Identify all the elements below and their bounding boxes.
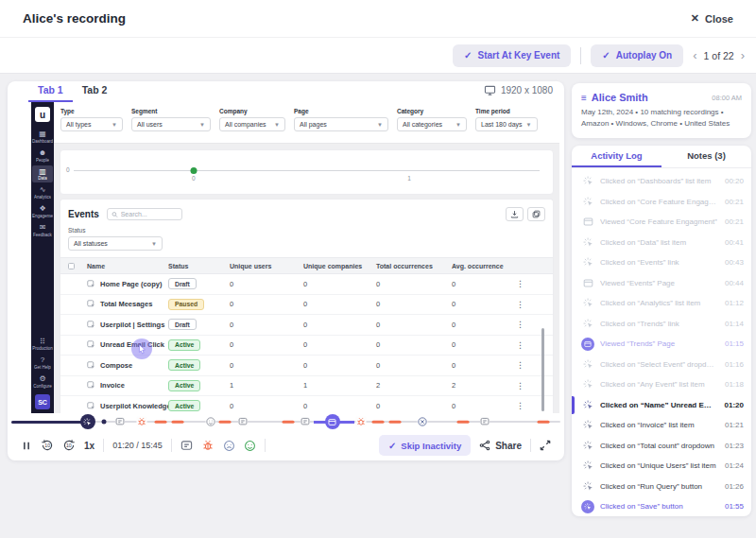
timeline-marker-note[interactable] — [115, 417, 125, 426]
timeline-marker-note[interactable] — [238, 417, 248, 426]
autoplay-button[interactable]: ✓ Autoplay On — [591, 44, 683, 67]
user-avatar[interactable]: SC — [35, 394, 50, 409]
start-at-key-event-button[interactable]: ✓ Start At Key Event — [453, 44, 571, 67]
activity-log-item[interactable]: Clicked on “Events” link 00:43 — [572, 252, 751, 273]
timeline-marker-bug[interactable] — [137, 417, 147, 427]
browser-tab[interactable]: Tab 1 — [28, 84, 73, 102]
close-button[interactable]: ✕ Close — [691, 12, 733, 25]
fullscreen-button[interactable] — [540, 440, 551, 451]
forward-10-button[interactable]: 10 — [62, 439, 76, 452]
chevron-right-icon[interactable]: › — [741, 49, 745, 61]
activity-log-item[interactable]: Clicked on “Run Query” button 01:26 — [572, 477, 751, 497]
activity-log-item[interactable]: Viewed “Events” Page 00:44 — [572, 273, 751, 294]
sidebar-item[interactable]: ? Get Help — [32, 354, 53, 372]
activity-log-item[interactable]: Clicked on “Core Feature Engagem... 00:2… — [572, 192, 751, 213]
table-row[interactable]: Home Page (copy) Draft 0 0 0 0 ⋮ — [60, 274, 553, 295]
sidebar-item[interactable]: ☻ People — [32, 147, 53, 165]
timeline-marker-dash[interactable] — [389, 421, 402, 424]
column-total-occurrences[interactable]: Total occurrences — [376, 263, 452, 269]
timeline-marker-selected[interactable] — [325, 414, 340, 429]
timeline-marker-dash[interactable] — [172, 421, 184, 424]
userpilot-logo[interactable]: u — [35, 107, 50, 122]
activity-log-item[interactable]: Clicked on “Dashboards” list item 00:20 — [572, 171, 751, 192]
add-note-button[interactable] — [180, 440, 193, 452]
timeline-marker-note[interactable] — [301, 417, 310, 426]
sidebar-item[interactable]: ▥ Data — [32, 165, 53, 183]
copy-button[interactable] — [527, 207, 545, 221]
row-menu-button[interactable]: ⋮ — [516, 300, 553, 309]
tab-activity-log[interactable]: Activity Log — [572, 146, 662, 167]
sidebar-item[interactable]: ⚙ Configure — [32, 373, 53, 390]
activity-log-item[interactable]: Clicked on “Unique Users” list item 01:2… — [572, 456, 751, 477]
pause-button[interactable] — [21, 440, 32, 452]
activity-log-item[interactable]: Clicked on “Total count” dropdown 01:23 — [572, 436, 751, 457]
row-menu-button[interactable]: ⋮ — [516, 381, 553, 390]
activity-log-item[interactable]: Clicked on “Select Event” dropdown 01:16 — [572, 355, 751, 375]
search-input[interactable] — [121, 211, 178, 217]
download-button[interactable] — [506, 207, 524, 221]
table-row[interactable]: Invoice Active 1 1 2 2 ⋮ — [60, 376, 553, 397]
activity-log-item[interactable]: Clicked on “Name” Unread Email C... 01:2… — [572, 395, 751, 416]
row-menu-button[interactable]: ⋮ — [516, 340, 553, 350]
events-search[interactable] — [107, 208, 182, 220]
visitor-name[interactable]: Alice Smith — [592, 92, 707, 103]
column-status[interactable]: Status — [168, 263, 230, 269]
filter-dropdown[interactable]: All categories ▼ — [397, 117, 467, 131]
bug-marker-button[interactable] — [201, 439, 215, 452]
sidebar-item[interactable]: ❖ Engagement — [32, 202, 53, 220]
filter-dropdown[interactable]: All users ▼ — [131, 117, 211, 131]
visitor-card[interactable]: ≡ Alice Smith 08:00 AM May 12th, 2024 • … — [572, 83, 751, 138]
column-avg-occurrence[interactable]: Avg. occurrence — [452, 263, 512, 269]
timeline-marker-note[interactable] — [480, 417, 490, 426]
table-row[interactable]: Compose Active 0 0 0 0 ⋮ — [60, 356, 553, 376]
activity-log-item[interactable]: Clicked on “Invoice” list item 01:21 — [572, 415, 751, 436]
activity-log-item[interactable]: Clicked on “Save” button 01:55 — [572, 496, 751, 516]
filter-dropdown[interactable]: All pages ▼ — [294, 117, 388, 131]
timeline-marker-sad[interactable] — [418, 417, 428, 427]
timeline-marker-dash[interactable] — [282, 421, 294, 424]
tab-notes[interactable]: Notes (3) — [662, 146, 751, 167]
timeline-marker-dash[interactable] — [457, 421, 470, 424]
playback-speed-button[interactable]: 1x — [84, 441, 94, 451]
sidebar-item[interactable]: ✉ Feedback — [32, 221, 53, 239]
sidebar-item[interactable]: ⠿ Production — [32, 336, 53, 354]
app-scrollbar[interactable] — [541, 328, 544, 411]
chart-data-point[interactable] — [190, 167, 197, 174]
timeline-marker-dash[interactable] — [537, 421, 549, 424]
chevron-left-icon[interactable]: ‹ — [693, 49, 696, 61]
sidebar-item[interactable]: ▦ Dashboards — [32, 128, 53, 146]
timeline-marker-dot[interactable] — [102, 420, 107, 425]
timeline-marker-smiley[interactable] — [205, 417, 215, 427]
share-button[interactable]: Share — [479, 440, 522, 451]
activity-log-item[interactable]: Clicked on “Analytics” list item 01:12 — [572, 293, 751, 314]
row-menu-button[interactable]: ⋮ — [516, 360, 553, 370]
column-unique-companies[interactable]: Unique companies — [303, 263, 376, 269]
filter-dropdown[interactable]: Last 180 days ▼ — [475, 117, 538, 131]
player-timeline[interactable] — [11, 413, 560, 430]
status-dropdown[interactable]: All statuses ▼ — [68, 236, 163, 251]
timeline-marker-current[interactable] — [80, 414, 95, 429]
activity-log-item[interactable]: Viewed “Core Feature Engagment” 00:21 — [572, 212, 751, 233]
rewind-10-button[interactable]: 10 — [41, 439, 54, 452]
column-unique-users[interactable]: Unique users — [230, 263, 303, 269]
timeline-marker-dash[interactable] — [155, 421, 167, 424]
column-name[interactable]: Name — [87, 263, 168, 269]
timeline-marker-dash[interactable] — [372, 421, 385, 424]
timeline-marker-dash[interactable] — [219, 421, 232, 424]
timeline-marker-bug[interactable] — [356, 417, 367, 427]
filter-dropdown[interactable]: All companies ▼ — [219, 117, 285, 131]
row-menu-button[interactable]: ⋮ — [516, 279, 553, 288]
table-row[interactable]: Userpilot Knowledge ... Active 0 0 0 0 ⋮ — [60, 396, 553, 413]
select-all-checkbox[interactable] — [68, 263, 75, 269]
activity-log-item[interactable]: Clicked on “Any Event” list item 01:18 — [572, 374, 751, 395]
filter-dropdown[interactable]: All types ▼ — [60, 117, 123, 131]
activity-log-item[interactable]: Clicked on “Trends” link 01:14 — [572, 314, 751, 335]
happy-marker-button[interactable] — [244, 440, 256, 452]
table-row[interactable]: Total Meesages Paused 0 0 0 0 ⋮ — [60, 295, 553, 316]
skip-inactivity-toggle[interactable]: ✓ Skip Inactivity — [379, 435, 471, 456]
browser-tab[interactable]: Tab 2 — [73, 84, 117, 102]
frustration-marker-button[interactable] — [223, 440, 235, 452]
table-row[interactable]: Userpilot | Settings Draft 0 0 0 0 ⋮ — [60, 315, 553, 336]
activity-log-item[interactable]: Clicked on “Data” list item 00:41 — [572, 233, 751, 253]
row-menu-button[interactable]: ⋮ — [516, 401, 553, 410]
